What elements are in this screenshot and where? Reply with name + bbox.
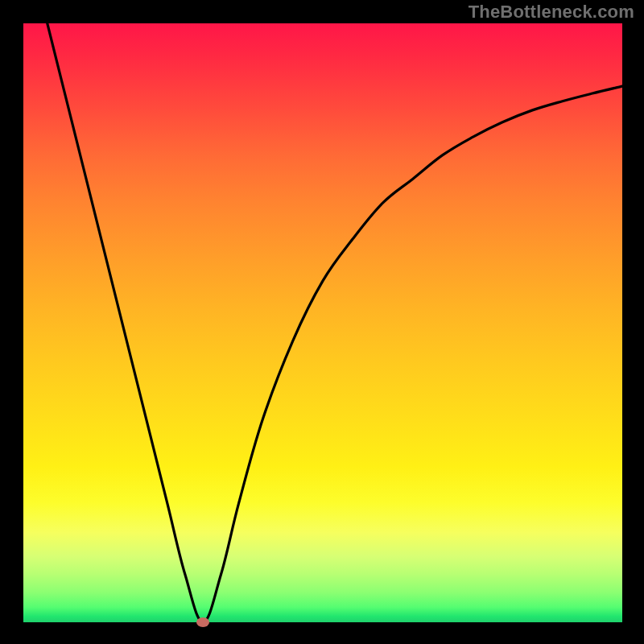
bottleneck-curve <box>23 23 622 622</box>
chart-frame: TheBottleneck.com <box>0 0 644 644</box>
minimum-marker <box>196 617 209 627</box>
watermark-text: TheBottleneck.com <box>469 2 634 23</box>
curve-path <box>47 23 622 622</box>
